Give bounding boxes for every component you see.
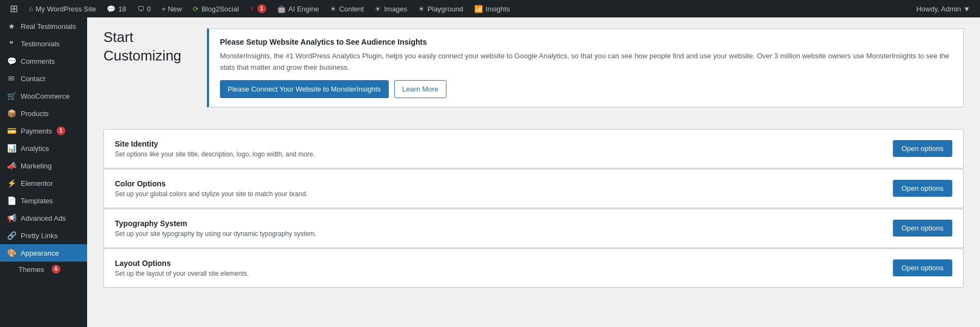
yoast-badge: 1	[258, 4, 266, 13]
new-content-link[interactable]: + New	[156, 0, 187, 17]
sidebar-item-contact[interactable]: ✉ Contact	[0, 70, 87, 87]
sidebar-item-comments[interactable]: 💬 Comments	[0, 52, 87, 70]
admin-greeting[interactable]: Howdy, Admin	[916, 5, 961, 13]
contact-icon: ✉	[7, 74, 16, 83]
sidebar-label-analytics: Analytics	[21, 144, 49, 153]
comments-link[interactable]: 💬 18	[101, 0, 131, 17]
comment-bubble-icon: 🗨	[137, 5, 144, 13]
sidebar: ★ Real Testimonials ❝ Testimonials 💬 Com…	[0, 17, 87, 327]
new-label: + New	[162, 5, 182, 13]
page-title-block: Start Customizing	[103, 28, 191, 65]
typography-info: Typography System Set up your site typog…	[115, 219, 316, 238]
layout-options-open-button[interactable]: Open options	[893, 259, 952, 276]
sidebar-label-testimonials: Testimonials	[21, 40, 60, 48]
sidebar-item-pretty-links[interactable]: 🔗 Pretty Links	[0, 227, 87, 244]
playground-label: Playground	[427, 5, 463, 13]
notice-text: MonsterInsights, the #1 WordPress Analyt…	[220, 51, 952, 74]
sidebar-label-elementor: Elementor	[21, 179, 53, 187]
layout-options-info: Layout Options Set up the layout of your…	[115, 259, 249, 277]
testimonials-icon: ❝	[7, 39, 16, 48]
sidebar-item-real-testimonials[interactable]: ★ Real Testimonials	[0, 17, 87, 35]
images-label: Images	[384, 5, 407, 13]
sidebar-item-advanced-ads[interactable]: 📢 Advanced Ads	[0, 209, 87, 227]
sidebar-label-themes: Themes	[19, 265, 44, 274]
sidebar-label-comments: Comments	[21, 57, 55, 65]
yoast-link[interactable]: Y 1	[244, 0, 272, 17]
sidebar-label-pretty-links: Pretty Links	[21, 232, 58, 240]
options-section: Site Identity Set options like your site…	[103, 129, 964, 288]
advanced-ads-icon: 📢	[7, 214, 16, 222]
sidebar-item-testimonials[interactable]: ❝ Testimonials	[0, 35, 87, 52]
sidebar-item-analytics[interactable]: 📊 Analytics	[0, 140, 87, 157]
connect-monsterinsights-button[interactable]: Please Connect Your Website to MonsterIn…	[220, 80, 389, 98]
playground-link[interactable]: ☀ Playground	[413, 0, 469, 17]
color-options-title: Color Options	[115, 179, 308, 188]
marketing-icon: 📣	[7, 161, 16, 170]
insights-link[interactable]: 📶 Insights	[469, 0, 516, 17]
notice-title: Please Setup Website Analytics to See Au…	[220, 38, 952, 46]
notice-buttons: Please Connect Your Website to MonsterIn…	[220, 80, 952, 98]
site-identity-desc: Set options like your site title, descri…	[115, 150, 315, 158]
page-header: Start Customizing Please Setup Website A…	[103, 28, 964, 118]
comments-count: 18	[118, 5, 126, 13]
layout-options-title: Layout Options	[115, 259, 249, 268]
site-name: My WordPress Site	[35, 5, 96, 13]
playground-icon: ☀	[418, 5, 425, 13]
blog2social-link[interactable]: ⟳ Blog2Social	[187, 0, 244, 17]
page-title: Start Customizing	[103, 28, 191, 65]
yoast-icon: Y	[250, 5, 255, 13]
sidebar-label-marketing: Marketing	[21, 162, 52, 170]
analytics-notice: Please Setup Website Analytics to See Au…	[207, 28, 964, 107]
content-link[interactable]: ☀ Content	[324, 0, 370, 17]
pretty-links-icon: 🔗	[7, 231, 16, 240]
sidebar-item-themes[interactable]: Themes 6	[0, 262, 87, 277]
comment-pending-count: 0	[147, 5, 151, 13]
sidebar-item-templates[interactable]: 📄 Templates	[0, 192, 87, 209]
layout-options-card: Layout Options Set up the layout of your…	[103, 249, 964, 288]
real-testimonials-icon: ★	[7, 22, 16, 31]
content-label: Content	[339, 5, 364, 13]
payments-icon: 💳	[7, 126, 16, 135]
sidebar-item-woocommerce[interactable]: 🛒 WooCommerce	[0, 87, 87, 105]
products-icon: 📦	[7, 109, 16, 118]
learn-more-button[interactable]: Learn More	[394, 80, 446, 98]
payments-badge: 1	[57, 126, 65, 135]
site-identity-title: Site Identity	[115, 140, 315, 148]
sidebar-label-advanced-ads: Advanced Ads	[21, 214, 66, 222]
site-identity-open-button[interactable]: Open options	[893, 140, 952, 157]
sidebar-label-contact: Contact	[21, 75, 45, 83]
blog2social-label: Blog2Social	[201, 5, 239, 13]
ai-engine-icon: 🤖	[277, 5, 286, 13]
insights-chart-icon: 📶	[474, 5, 483, 13]
sidebar-label-real-testimonials: Real Testimonials	[21, 22, 76, 31]
color-options-card: Color Options Set up your global colors …	[103, 169, 964, 208]
color-options-info: Color Options Set up your global colors …	[115, 179, 308, 198]
ai-engine-label: AI Engine	[289, 5, 319, 13]
sidebar-item-appearance[interactable]: 🎨 Appearance	[0, 244, 87, 262]
site-name-link[interactable]: ⌂ My WordPress Site	[23, 0, 101, 17]
sidebar-item-payments[interactable]: 💳 Payments 1	[0, 122, 87, 140]
comment-pending-link[interactable]: 🗨 0	[132, 0, 156, 17]
sidebar-label-appearance: Appearance	[21, 249, 59, 257]
color-options-desc: Set up your global colors and stylize yo…	[115, 190, 308, 198]
sidebar-label-templates: Templates	[21, 197, 53, 205]
ai-engine-link[interactable]: 🤖 AI Engine	[272, 0, 324, 17]
color-options-open-button[interactable]: Open options	[893, 180, 952, 197]
comments-icon: 💬	[107, 5, 115, 13]
typography-system-card: Typography System Set up your site typog…	[103, 209, 964, 248]
comments-sidebar-icon: 💬	[7, 57, 16, 65]
sidebar-item-elementor[interactable]: ⚡ Elementor	[0, 174, 87, 192]
woocommerce-icon: 🛒	[7, 92, 16, 100]
admin-dropdown-icon: ▼	[963, 5, 970, 13]
blog2social-icon: ⟳	[193, 5, 199, 13]
sidebar-label-products: Products	[21, 110, 48, 118]
typography-open-button[interactable]: Open options	[893, 220, 952, 237]
content-icon: ☀	[330, 5, 336, 13]
site-icon: ⌂	[29, 5, 33, 13]
sidebar-item-marketing[interactable]: 📣 Marketing	[0, 157, 87, 174]
images-link[interactable]: ☀ Images	[369, 0, 413, 17]
wp-logo[interactable]: ⊞	[4, 0, 23, 17]
sidebar-item-products[interactable]: 📦 Products	[0, 105, 87, 122]
typography-desc: Set up your site typography by using our…	[115, 230, 316, 238]
sidebar-label-payments: Payments	[21, 127, 52, 135]
